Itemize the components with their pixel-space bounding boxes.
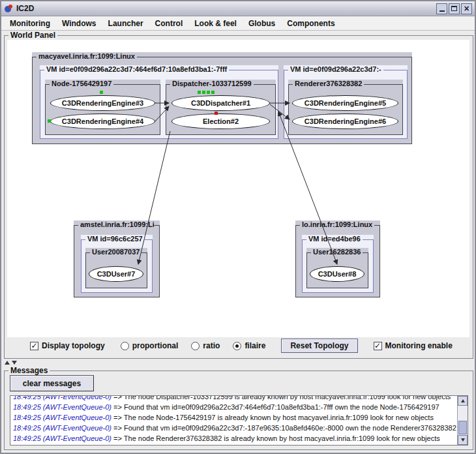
app-icon: [4, 4, 13, 13]
messages-log[interactable]: 18:49:25 (AWT-EventQueue-0) => The node …: [10, 395, 468, 446]
arrow-down-icon: [461, 438, 465, 442]
split-collapse-up-button[interactable]: [5, 361, 10, 365]
request-queue-dot-green: [207, 91, 210, 94]
messages-panel: Messages clear messages 18:49:25 (AWT-Ev…: [4, 366, 473, 450]
messages-panel-title: Messages: [8, 366, 50, 375]
active-object-c3duser7[interactable]: C3DUser#7: [89, 266, 143, 282]
split-divider[interactable]: [1, 359, 476, 366]
proportional-label: proportional: [132, 341, 179, 350]
split-collapse-down-button[interactable]: [12, 361, 17, 365]
host-box-macyavel[interactable]: macyavel.inria.fr:1099:Linux VM id=e0f09…: [32, 52, 412, 144]
proportional-radio[interactable]: [121, 342, 129, 350]
ratio-control: ratio: [191, 341, 220, 350]
request-queue-dot-green: [211, 91, 215, 94]
filaire-radio[interactable]: [233, 342, 241, 350]
vm-box-3[interactable]: VM id=96c6c257 User20087037 C3DUser#7: [81, 235, 153, 293]
active-object-c3drenderingengine6[interactable]: C3DRenderingEngine#6: [292, 113, 398, 129]
vm-title: VM id=e0f09d296a22c3d7:-: [288, 65, 383, 73]
node-box-renderer376328382[interactable]: Renderer376328382 C3DRenderingEngine#5 C…: [288, 80, 403, 135]
log-lines: 18:49:25 (AWT-EventQueue-0) => The node …: [13, 395, 456, 444]
menu-look-and-feel[interactable]: Look & feel: [188, 18, 243, 29]
menu-control[interactable]: Control: [149, 18, 189, 29]
host-title: amstel.inria.fr:1099:Linux: [78, 220, 154, 228]
node-title: User16282836: [311, 248, 363, 256]
vm-title: VM id=e0f09d296a22c3d7:464ef6d7:10a8efd3…: [44, 65, 229, 73]
scrollbar-thumb[interactable]: [458, 421, 467, 434]
log-line: 18:49:25 (AWT-EventQueue-0) => The node …: [13, 433, 456, 444]
request-queue-dot-green: [198, 91, 201, 94]
filaire-control: filaire: [233, 341, 265, 350]
menubar: Monitoring Windows Launcher Control Look…: [1, 16, 475, 31]
world-canvas: macyavel.inria.fr:1099:Linux VM id=e0f09…: [7, 40, 469, 337]
window-title: IC2D: [16, 4, 436, 13]
display-topology-label: Display topology: [42, 341, 105, 350]
titlebar[interactable]: IC2D: [1, 1, 475, 16]
world-panel-title: World Panel: [8, 31, 57, 40]
monitoring-enable-checkbox[interactable]: [374, 342, 382, 350]
vm-box-4[interactable]: VM id=ed4be96 User16282836 C3DUser#8: [302, 235, 374, 293]
reset-topology-button[interactable]: Reset Topology: [281, 339, 357, 353]
node-title: Node-1756429197: [50, 80, 113, 87]
menu-globus[interactable]: Globus: [243, 18, 281, 29]
world-panel: World Panel macyavel.inria.fr:1099:Linux…: [4, 31, 473, 359]
scroll-down-button[interactable]: [458, 435, 468, 445]
monitoring-enable-label: Monitoring enable: [385, 341, 453, 350]
log-line: 18:49:25 (AWT-EventQueue-0) => Found tha…: [13, 423, 456, 433]
active-object-c3drenderingengine4[interactable]: C3DRenderingEngine#4: [50, 113, 155, 129]
menu-monitoring[interactable]: Monitoring: [4, 18, 56, 29]
vm-box-1[interactable]: VM id=e0f09d296a22c3d7:464ef6d7:10a8efd3…: [40, 65, 278, 139]
activity-dot-green: [100, 91, 103, 94]
scroll-up-button[interactable]: [458, 396, 468, 406]
node-box-user16282836[interactable]: User16282836 C3DUser#8: [306, 248, 368, 288]
vm-box-2[interactable]: VM id=e0f09d296a22c3d7:- Renderer3763283…: [284, 65, 408, 139]
topology-controls: Display topology proportional ratio fila…: [7, 336, 471, 356]
vm-title: VM id=ed4be96: [306, 235, 363, 243]
vm-title: VM id=96c6c257: [85, 235, 145, 243]
log-line: 18:49:25 (AWT-EventQueue-0) => Found tha…: [13, 402, 456, 412]
log-line: 18:49:25 (AWT-EventQueue-0) => The node …: [13, 395, 456, 402]
window-controls: [436, 3, 472, 14]
app-window: IC2D Monitoring Windows Launcher Control…: [0, 0, 476, 454]
active-object-c3ddispatcher1[interactable]: C3DDispatcher#1: [171, 95, 270, 111]
request-queue-dot-green: [202, 91, 205, 94]
menu-launcher[interactable]: Launcher: [102, 18, 149, 29]
close-button[interactable]: [461, 3, 472, 14]
minimize-button[interactable]: [436, 3, 447, 14]
active-object-c3duser8[interactable]: C3DUser#8: [310, 266, 364, 282]
menu-components[interactable]: Components: [281, 18, 340, 29]
menu-windows[interactable]: Windows: [56, 18, 102, 29]
active-object-c3drenderingengine5[interactable]: C3DRenderingEngine#5: [292, 95, 398, 111]
ratio-radio[interactable]: [191, 342, 200, 350]
node-title: Renderer376328382: [293, 80, 364, 87]
clear-messages-button[interactable]: clear messages: [10, 375, 94, 391]
node-box-user20087037[interactable]: User20087037 C3DUser#7: [85, 248, 147, 288]
proportional-control: proportional: [121, 341, 179, 350]
display-topology-control: Display topology: [30, 341, 105, 350]
log-line: 18:49:25 (AWT-EventQueue-0) => The node …: [13, 412, 456, 423]
active-object-election2[interactable]: Election#2: [171, 113, 270, 129]
host-title: lo.inria.fr:1099:Linux: [300, 220, 374, 228]
host-box-amstel[interactable]: amstel.inria.fr:1099:Linux VM id=96c6c25…: [74, 220, 160, 297]
maximize-icon: [451, 6, 457, 11]
display-topology-checkbox[interactable]: [30, 342, 38, 350]
node-box-node-1756429197[interactable]: Node-1756429197 C3DRenderingEngine#3 C3D…: [45, 80, 160, 135]
arrow-up-icon: [461, 399, 465, 402]
filaire-label: filaire: [245, 341, 265, 350]
ratio-label: ratio: [203, 341, 220, 350]
node-box-dispatcher-1033712599[interactable]: Dispatcher-1033712599 C3DDispatcher#1 El…: [166, 80, 276, 135]
monitoring-enable-control: Monitoring enable: [374, 341, 453, 350]
minimize-icon: [439, 10, 445, 12]
node-title: Dispatcher-1033712599: [170, 80, 254, 87]
maximize-button[interactable]: [449, 3, 460, 14]
active-object-c3drenderingengine3[interactable]: C3DRenderingEngine#3: [50, 95, 155, 111]
activity-dot-green: [48, 119, 51, 123]
status-dot-red: [215, 112, 218, 115]
node-title: User20087037: [90, 248, 141, 256]
host-box-lo[interactable]: lo.inria.fr:1099:Linux VM id=ed4be96 Use…: [295, 220, 380, 297]
host-title: macyavel.inria.fr:1099:Linux: [37, 52, 137, 60]
messages-scrollbar[interactable]: [457, 396, 468, 445]
